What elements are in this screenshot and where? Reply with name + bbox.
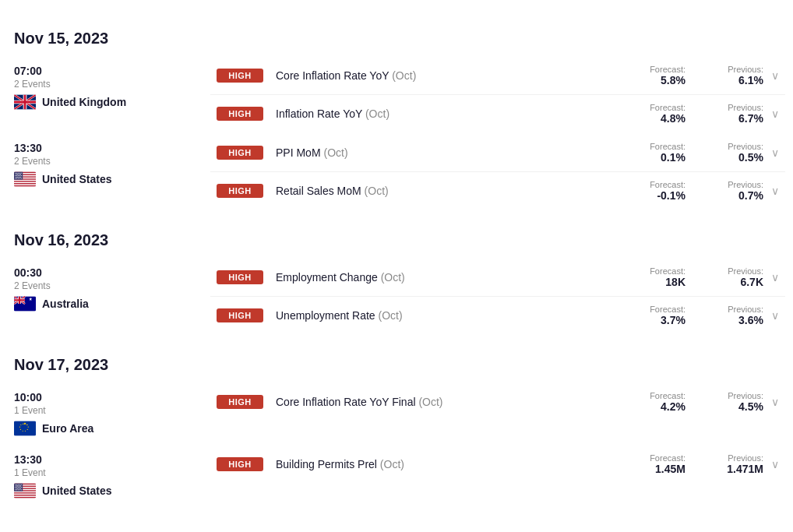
svg-point-64 (20, 485, 21, 486)
svg-rect-6 (14, 182, 36, 183)
date-header: Nov 15, 2023 (8, 16, 785, 57)
event-row[interactable]: HIGHInflation Rate YoY (Oct)Forecast:4.8… (210, 95, 785, 132)
forecast-block: Forecast:4.8% (631, 103, 686, 125)
event-name: Building Permits Prel (Oct) (276, 458, 631, 470)
previous-label: Previous: (709, 266, 763, 276)
svg-point-56 (15, 484, 16, 485)
svg-point-21 (19, 175, 20, 176)
svg-point-65 (15, 487, 16, 488)
event-period: (Oct) (365, 185, 389, 197)
time-country-block: 07:002 Events United Kingdom (8, 57, 210, 118)
event-name: Unemployment Rate (Oct) (276, 309, 631, 322)
expand-chevron-icon[interactable]: ∨ (771, 309, 779, 322)
forecast-block: Forecast:3.7% (631, 305, 686, 326)
expand-chevron-icon[interactable]: ∨ (771, 185, 779, 197)
high-impact-badge: HIGH (217, 69, 263, 83)
expand-chevron-icon[interactable]: ∨ (771, 271, 779, 284)
date-header: Nov 16, 2023 (8, 217, 785, 259)
svg-point-57 (16, 484, 17, 485)
events-count: 2 Events (14, 156, 204, 167)
forecast-value: 4.8% (631, 112, 686, 125)
time-country-block: 10:001 Event Euro Area (8, 383, 210, 444)
svg-point-67 (18, 487, 19, 488)
previous-block: Previous:6.7% (709, 103, 763, 125)
events-list: HIGHCore Inflation Rate YoY Final (Oct)F… (210, 383, 785, 421)
event-period: (Oct) (323, 146, 347, 159)
flag-au (14, 296, 36, 312)
expand-chevron-icon[interactable]: ∨ (771, 396, 779, 408)
forecast-previous-block: Forecast:5.8%Previous:6.1% (631, 65, 763, 86)
expand-chevron-icon[interactable]: ∨ (771, 69, 779, 82)
country-name: United Kingdom (42, 96, 126, 108)
svg-point-44 (20, 425, 21, 425)
expand-chevron-icon[interactable]: ∨ (771, 146, 779, 159)
event-time: 07:00 (14, 65, 204, 77)
high-impact-badge: HIGH (217, 270, 263, 284)
forecast-previous-block: Forecast:18KPrevious:6.7K (631, 266, 763, 288)
flag-us (14, 483, 36, 499)
svg-point-38 (28, 427, 29, 428)
flag-uk (14, 94, 36, 110)
previous-value: 6.7% (709, 112, 763, 125)
country-info: United Kingdom (14, 94, 204, 110)
previous-label: Previous: (709, 453, 763, 463)
forecast-block: Forecast:-0.1% (631, 180, 686, 202)
svg-point-68 (19, 487, 20, 488)
event-group-0-0: 07:002 Events United KingdomHIGHCore Inf… (8, 57, 785, 132)
event-row[interactable]: HIGHUnemployment Rate (Oct)Forecast:3.7%… (210, 297, 785, 334)
forecast-block: Forecast:4.2% (631, 391, 686, 413)
event-name: Employment Change (Oct) (276, 271, 631, 284)
svg-point-24 (17, 177, 18, 178)
expand-chevron-icon[interactable]: ∨ (771, 458, 779, 470)
forecast-block: Forecast:1.45M (631, 453, 686, 475)
svg-point-39 (27, 429, 28, 430)
events-list: HIGHCore Inflation Rate YoY (Oct)Forecas… (210, 57, 785, 132)
forecast-previous-block: Forecast:4.8%Previous:6.7% (631, 103, 763, 125)
flag-eu (14, 421, 36, 436)
country-name: Australia (42, 298, 89, 310)
svg-point-29 (18, 178, 19, 178)
expand-chevron-icon[interactable]: ∨ (771, 107, 779, 120)
previous-value: 0.7% (709, 189, 763, 202)
previous-value: 6.7K (709, 276, 763, 288)
high-impact-badge: HIGH (217, 457, 263, 471)
event-time: 13:30 (14, 142, 204, 154)
forecast-label: Forecast: (631, 305, 686, 314)
svg-point-20 (18, 175, 19, 176)
forecast-label: Forecast: (631, 103, 686, 112)
previous-block: Previous:6.1% (709, 65, 763, 86)
svg-point-41 (23, 431, 23, 432)
previous-block: Previous:6.7K (709, 266, 763, 288)
date-section-nov17: Nov 17, 202310:001 Event Euro AreaHIGHCo… (8, 342, 785, 506)
event-row[interactable]: HIGHCore Inflation Rate YoY Final (Oct)F… (210, 383, 785, 421)
svg-point-16 (19, 174, 19, 174)
svg-rect-52 (14, 491, 36, 492)
previous-value: 1.471M (709, 463, 763, 475)
event-name: PPI MoM (Oct) (276, 146, 631, 159)
svg-point-25 (19, 177, 19, 178)
events-list: HIGHEmployment Change (Oct)Forecast:18KP… (210, 259, 785, 334)
forecast-previous-block: Forecast:3.7%Previous:3.6% (631, 305, 763, 326)
svg-point-30 (19, 178, 20, 178)
event-period: (Oct) (381, 271, 405, 284)
date-section-nov15: Nov 15, 202307:002 Events United Kingdom… (8, 16, 785, 210)
svg-point-71 (17, 488, 18, 489)
event-row[interactable]: HIGHRetail Sales MoM (Oct)Forecast:-0.1%… (210, 172, 785, 210)
previous-value: 3.6% (709, 314, 763, 326)
svg-point-10 (16, 173, 17, 174)
svg-point-77 (19, 489, 20, 490)
country-info: United States (14, 171, 204, 187)
event-period: (Oct) (380, 458, 404, 470)
event-row[interactable]: HIGHCore Inflation Rate YoY (Oct)Forecas… (210, 57, 785, 95)
event-row[interactable]: HIGHBuilding Permits Prel (Oct)Forecast:… (210, 446, 785, 483)
event-name: Core Inflation Rate YoY Final (Oct) (276, 396, 631, 408)
previous-block: Previous:0.5% (709, 142, 763, 164)
svg-point-27 (15, 178, 16, 178)
event-period: (Oct) (365, 107, 389, 120)
event-row[interactable]: HIGHPPI MoM (Oct)Forecast:0.1%Previous:0… (210, 134, 785, 172)
country-info: United States (14, 483, 204, 499)
previous-label: Previous: (709, 142, 763, 151)
event-row[interactable]: HIGHEmployment Change (Oct)Forecast:18KP… (210, 259, 785, 297)
forecast-label: Forecast: (631, 142, 686, 151)
forecast-label: Forecast: (631, 391, 686, 400)
